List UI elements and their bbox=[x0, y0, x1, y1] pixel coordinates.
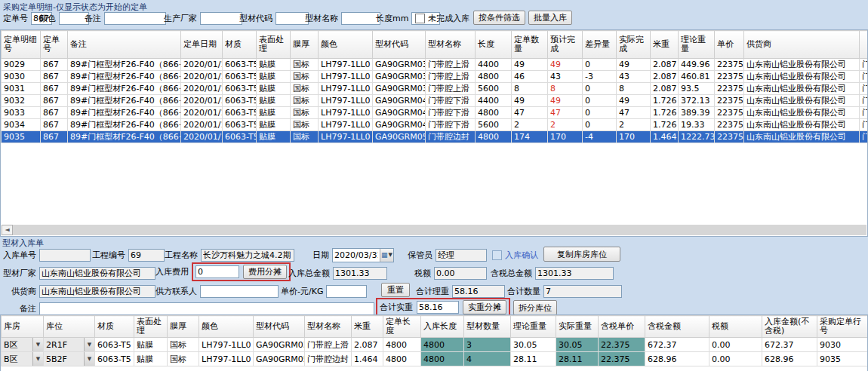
column-header[interactable]: 库位 bbox=[44, 316, 95, 338]
fee-allocate-button[interactable]: 费用分摊 bbox=[243, 265, 287, 279]
chevron-down-icon[interactable]: ▼ bbox=[32, 338, 43, 351]
column-header[interactable]: 定单长度 bbox=[383, 316, 421, 338]
inbound-fee-input[interactable] bbox=[195, 265, 239, 278]
table-row[interactable]: 903186789#门框型材F26-F40（866+867）2020/01/13… bbox=[2, 83, 868, 95]
actual-weight-allocate-button[interactable]: 实重分摊 bbox=[463, 300, 506, 314]
table-row[interactable]: 903586789#门框型材F26-F40（866+867）2020/01/13… bbox=[2, 131, 868, 143]
column-header[interactable]: 定单数量 bbox=[512, 31, 548, 59]
column-header[interactable]: 型材代码 bbox=[254, 316, 305, 338]
cell: GA90GRM03 bbox=[373, 71, 426, 83]
total-theory-weight-input[interactable] bbox=[452, 285, 505, 298]
column-header[interactable]: 含税金额 bbox=[645, 316, 709, 338]
supplier-contact-input[interactable] bbox=[200, 285, 279, 298]
date-picker[interactable]: ▦▼ bbox=[332, 248, 394, 262]
table-row[interactable]: 903086789#门框型材F26-F40（866+867）2020/01/13… bbox=[2, 71, 868, 83]
column-header[interactable]: 型材数量 bbox=[464, 316, 511, 338]
column-header[interactable]: 米重 bbox=[651, 31, 679, 59]
table-row[interactable]: B区▼5B2F▼6063-T5贴膜国标LH797-1LL0GA90GRM05门带… bbox=[2, 352, 868, 366]
column-header[interactable]: 库房 bbox=[2, 316, 44, 338]
inbound-confirm-checkbox[interactable] bbox=[492, 250, 502, 260]
cell: GA90GRM03 bbox=[373, 83, 426, 95]
project-no-input[interactable] bbox=[128, 249, 165, 262]
cell: 4800 bbox=[476, 131, 512, 143]
filter-by-condition-button[interactable]: 按条件筛选 bbox=[473, 11, 525, 25]
column-header[interactable]: 表面处理 bbox=[257, 31, 291, 59]
column-header[interactable]: 颜色 bbox=[199, 316, 254, 338]
column-header[interactable]: 定单明细号 bbox=[2, 31, 41, 59]
cell: LH797-1LL0 bbox=[199, 352, 254, 366]
column-header[interactable]: 材质 bbox=[223, 31, 257, 59]
column-header[interactable]: 型材代码 bbox=[373, 31, 426, 59]
scroll-left-icon[interactable]: ◄ bbox=[2, 225, 13, 235]
cell: 2.087 bbox=[651, 71, 679, 83]
batch-inbound-button[interactable]: 批量入库 bbox=[528, 11, 572, 25]
column-header[interactable]: 入库长度 bbox=[421, 316, 464, 338]
column-header[interactable]: 入库金额(不含税) bbox=[762, 316, 817, 338]
unfinished-checkbox[interactable] bbox=[415, 14, 425, 23]
combo-value: 2R1F bbox=[44, 340, 84, 350]
column-header[interactable]: 供货商 bbox=[744, 31, 860, 59]
cell[interactable]: B区▼ bbox=[2, 352, 44, 366]
column-header[interactable]: 预计完成 bbox=[548, 31, 583, 59]
column-header[interactable]: 型材名称 bbox=[426, 31, 476, 59]
column-header[interactable]: 长度 bbox=[476, 31, 512, 59]
date-input[interactable] bbox=[333, 250, 380, 261]
cell: 22375 bbox=[715, 119, 744, 131]
table-row[interactable]: 903486789#门框型材F26-F40（866+867）2020/01/13… bbox=[2, 119, 868, 131]
factory-input[interactable] bbox=[39, 267, 155, 280]
table-row[interactable]: B区▼2R1F▼6063-T5贴膜国标LH797-1LL0GA90GRM03门带… bbox=[2, 338, 868, 352]
supplier-input[interactable] bbox=[39, 285, 155, 298]
column-header[interactable]: 材质 bbox=[95, 316, 134, 338]
column-header[interactable]: 理论重量 bbox=[511, 316, 556, 338]
table-row[interactable]: 903286789#门框型材F26-F40（866+867）2020/01/13… bbox=[2, 95, 868, 107]
column-header[interactable]: 税额 bbox=[709, 316, 762, 338]
column-header[interactable]: 实际重量 bbox=[556, 316, 599, 338]
unit-price-input[interactable] bbox=[326, 285, 367, 298]
total-amount-input[interactable] bbox=[333, 267, 387, 280]
table-row[interactable]: 903386789#门框型材F26-F40（866+867）2020/01/13… bbox=[2, 107, 868, 119]
column-header[interactable]: 差异量 bbox=[583, 31, 617, 59]
column-header[interactable]: 型材名称 bbox=[305, 316, 352, 338]
column-header[interactable]: 实际完成 bbox=[617, 31, 651, 59]
calendar-dropdown-button[interactable]: ▦▼ bbox=[380, 249, 393, 262]
column-header[interactable]: 定单号 bbox=[41, 31, 68, 59]
filter-remark-input[interactable] bbox=[104, 12, 166, 25]
column-header[interactable]: 采购定单行号 bbox=[817, 316, 868, 338]
total-actual-weight-input[interactable] bbox=[417, 301, 459, 314]
column-header[interactable]: 膜厚 bbox=[291, 31, 319, 59]
cell[interactable]: 2R1F▼ bbox=[44, 338, 95, 352]
copy-warehouse-location-button[interactable]: 复制库房库位 bbox=[543, 247, 620, 262]
tax-input[interactable] bbox=[434, 267, 487, 280]
keeper-input[interactable] bbox=[436, 249, 487, 262]
cell: GA90GRM03 bbox=[254, 338, 305, 352]
chevron-down-icon[interactable]: ▼ bbox=[84, 352, 94, 366]
cell: 9031 bbox=[2, 83, 41, 95]
column-header[interactable]: 理论重量 bbox=[679, 31, 715, 59]
column-header[interactable]: 颜色 bbox=[319, 31, 373, 59]
remark-input[interactable] bbox=[39, 302, 374, 315]
column-header[interactable]: 定单日期 bbox=[181, 31, 223, 59]
filter-manufacturer-input[interactable] bbox=[200, 12, 242, 25]
cell: 国标 bbox=[291, 71, 319, 83]
inbound-form-panel: 型材入库单 入库单号 工程编号 工程名称 日期 ▦▼ 保管员 入库确认 bbox=[0, 238, 868, 371]
cell[interactable]: 5B2F▼ bbox=[44, 352, 95, 366]
column-header[interactable]: 单价 bbox=[715, 31, 744, 59]
column-header[interactable]: 备注 bbox=[68, 31, 181, 59]
cell[interactable]: B区▼ bbox=[2, 338, 44, 352]
horizontal-scrollbar[interactable]: ◄ bbox=[2, 225, 866, 235]
chevron-down-icon[interactable]: ▼ bbox=[32, 352, 43, 366]
column-header[interactable]: 表面处理 bbox=[134, 316, 168, 338]
table-row[interactable]: 902986789#门框型材F26-F40（866+867）2020/01/13… bbox=[2, 59, 868, 71]
chevron-down-icon[interactable]: ▼ bbox=[84, 338, 94, 351]
filter-profile-code-input[interactable] bbox=[275, 12, 309, 25]
column-header[interactable]: 膜厚 bbox=[168, 316, 199, 338]
total-with-tax-input[interactable] bbox=[535, 267, 614, 280]
project-name-input[interactable] bbox=[201, 249, 294, 262]
receipt-no-input[interactable] bbox=[39, 249, 91, 262]
total-qty-input[interactable] bbox=[543, 285, 622, 298]
column-header[interactable]: 含税单价 bbox=[599, 316, 645, 338]
split-location-button[interactable]: 拆分库位 bbox=[513, 300, 557, 315]
column-header[interactable]: 米重 bbox=[352, 316, 383, 338]
filter-profile-name-input[interactable] bbox=[341, 12, 380, 25]
cell: 4800 bbox=[421, 352, 464, 366]
